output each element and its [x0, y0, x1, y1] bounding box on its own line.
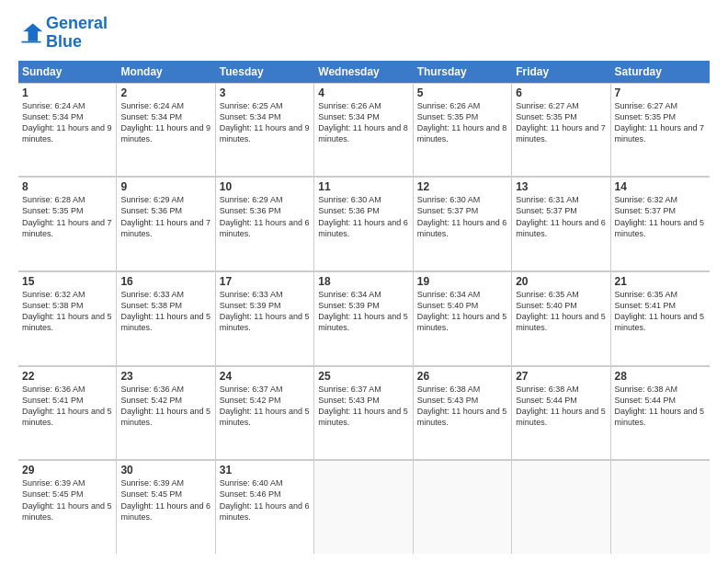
cell-info: Sunrise: 6:38 AM Sunset: 5:43 PM Dayligh…	[417, 384, 507, 429]
day-number: 6	[516, 86, 606, 99]
cal-cell: 13 Sunrise: 6:31 AM Sunset: 5:37 PM Dayl…	[512, 177, 610, 270]
cal-row: 8 Sunrise: 6:28 AM Sunset: 5:35 PM Dayli…	[18, 177, 710, 271]
cal-cell: 9 Sunrise: 6:29 AM Sunset: 5:36 PM Dayli…	[117, 177, 215, 270]
day-number: 1	[22, 86, 112, 99]
header: General Blue	[18, 15, 710, 52]
day-number: 7	[615, 86, 706, 99]
cal-row: 1 Sunrise: 6:24 AM Sunset: 5:34 PM Dayli…	[18, 83, 710, 178]
day-number: 8	[22, 180, 112, 193]
cell-info: Sunrise: 6:29 AM Sunset: 5:36 PM Dayligh…	[220, 194, 310, 239]
cal-row: 29 Sunrise: 6:39 AM Sunset: 5:45 PM Dayl…	[18, 460, 710, 554]
cell-info: Sunrise: 6:35 AM Sunset: 5:41 PM Dayligh…	[615, 289, 706, 334]
day-number: 21	[615, 275, 706, 288]
cal-cell: 7 Sunrise: 6:27 AM Sunset: 5:35 PM Dayli…	[611, 83, 710, 177]
day-number: 10	[220, 180, 310, 193]
cal-cell: 5 Sunrise: 6:26 AM Sunset: 5:35 PM Dayli…	[414, 83, 512, 177]
day-header-friday: Friday	[512, 61, 610, 83]
day-number: 15	[22, 275, 112, 288]
cell-info: Sunrise: 6:27 AM Sunset: 5:35 PM Dayligh…	[615, 100, 706, 145]
svg-marker-0	[23, 23, 42, 40]
cell-info: Sunrise: 6:38 AM Sunset: 5:44 PM Dayligh…	[516, 384, 606, 429]
day-number: 17	[220, 275, 310, 288]
cell-info: Sunrise: 6:40 AM Sunset: 5:46 PM Dayligh…	[220, 477, 310, 523]
cal-cell: 24 Sunrise: 6:37 AM Sunset: 5:42 PM Dayl…	[216, 366, 314, 460]
cal-row: 15 Sunrise: 6:32 AM Sunset: 5:38 PM Dayl…	[18, 271, 710, 366]
day-header-saturday: Saturday	[611, 61, 710, 83]
cal-cell: 17 Sunrise: 6:33 AM Sunset: 5:39 PM Dayl…	[216, 271, 314, 365]
cal-cell	[314, 460, 413, 554]
logo-icon	[18, 20, 44, 46]
day-number: 14	[615, 180, 706, 193]
day-header-wednesday: Wednesday	[314, 61, 413, 83]
cal-cell: 28 Sunrise: 6:38 AM Sunset: 5:44 PM Dayl…	[611, 366, 710, 460]
cell-info: Sunrise: 6:35 AM Sunset: 5:40 PM Dayligh…	[516, 289, 606, 334]
cal-cell: 2 Sunrise: 6:24 AM Sunset: 5:34 PM Dayli…	[117, 83, 215, 177]
day-number: 13	[516, 180, 606, 193]
day-number: 11	[318, 180, 408, 193]
cal-cell: 20 Sunrise: 6:35 AM Sunset: 5:40 PM Dayl…	[512, 271, 610, 365]
cell-info: Sunrise: 6:36 AM Sunset: 5:41 PM Dayligh…	[22, 384, 112, 429]
cal-cell: 22 Sunrise: 6:36 AM Sunset: 5:41 PM Dayl…	[18, 366, 117, 460]
cell-info: Sunrise: 6:34 AM Sunset: 5:39 PM Dayligh…	[318, 289, 408, 334]
cell-info: Sunrise: 6:37 AM Sunset: 5:42 PM Dayligh…	[220, 384, 310, 429]
cell-info: Sunrise: 6:33 AM Sunset: 5:39 PM Dayligh…	[220, 289, 310, 334]
cal-cell	[512, 460, 610, 554]
day-number: 26	[417, 370, 507, 383]
cal-cell: 16 Sunrise: 6:33 AM Sunset: 5:38 PM Dayl…	[117, 271, 215, 365]
day-number: 19	[417, 275, 507, 288]
day-number: 9	[120, 180, 210, 193]
cell-info: Sunrise: 6:27 AM Sunset: 5:35 PM Dayligh…	[516, 100, 606, 145]
calendar-body: 1 Sunrise: 6:24 AM Sunset: 5:34 PM Dayli…	[18, 83, 710, 554]
day-header-monday: Monday	[117, 61, 215, 83]
cell-info: Sunrise: 6:38 AM Sunset: 5:44 PM Dayligh…	[615, 384, 706, 429]
day-number: 30	[120, 464, 210, 477]
cell-info: Sunrise: 6:39 AM Sunset: 5:45 PM Dayligh…	[120, 477, 210, 523]
calendar-header: SundayMondayTuesdayWednesdayThursdayFrid…	[18, 61, 710, 83]
day-number: 25	[318, 370, 408, 383]
cal-cell	[611, 460, 710, 554]
cell-info: Sunrise: 6:32 AM Sunset: 5:37 PM Dayligh…	[615, 194, 706, 239]
cell-info: Sunrise: 6:33 AM Sunset: 5:38 PM Dayligh…	[120, 289, 210, 334]
day-number: 12	[417, 180, 507, 193]
cal-cell: 26 Sunrise: 6:38 AM Sunset: 5:43 PM Dayl…	[414, 366, 512, 460]
cal-cell: 19 Sunrise: 6:34 AM Sunset: 5:40 PM Dayl…	[414, 271, 512, 365]
day-number: 4	[318, 86, 408, 99]
logo-text: General Blue	[46, 15, 108, 52]
day-number: 5	[417, 86, 507, 99]
cal-cell: 8 Sunrise: 6:28 AM Sunset: 5:35 PM Dayli…	[18, 177, 117, 270]
day-number: 22	[22, 370, 112, 383]
day-number: 20	[516, 275, 606, 288]
cell-info: Sunrise: 6:28 AM Sunset: 5:35 PM Dayligh…	[22, 194, 112, 239]
cell-info: Sunrise: 6:30 AM Sunset: 5:37 PM Dayligh…	[417, 194, 507, 239]
logo: General Blue	[18, 15, 108, 52]
day-number: 27	[516, 370, 606, 383]
cal-cell: 4 Sunrise: 6:26 AM Sunset: 5:34 PM Dayli…	[314, 83, 413, 177]
cell-info: Sunrise: 6:24 AM Sunset: 5:34 PM Dayligh…	[120, 100, 210, 145]
cell-info: Sunrise: 6:26 AM Sunset: 5:35 PM Dayligh…	[417, 100, 507, 145]
day-number: 29	[22, 464, 112, 477]
day-number: 31	[220, 464, 310, 477]
cal-cell: 12 Sunrise: 6:30 AM Sunset: 5:37 PM Dayl…	[414, 177, 512, 270]
cal-cell: 14 Sunrise: 6:32 AM Sunset: 5:37 PM Dayl…	[611, 177, 710, 270]
cal-cell: 10 Sunrise: 6:29 AM Sunset: 5:36 PM Dayl…	[216, 177, 314, 270]
cal-cell: 31 Sunrise: 6:40 AM Sunset: 5:46 PM Dayl…	[216, 460, 314, 554]
day-header-sunday: Sunday	[18, 61, 117, 83]
cal-cell: 29 Sunrise: 6:39 AM Sunset: 5:45 PM Dayl…	[18, 460, 117, 554]
cell-info: Sunrise: 6:25 AM Sunset: 5:34 PM Dayligh…	[220, 100, 310, 145]
cell-info: Sunrise: 6:24 AM Sunset: 5:34 PM Dayligh…	[22, 100, 112, 145]
page: General Blue SundayMondayTuesdayWednesda…	[0, 0, 728, 563]
day-header-tuesday: Tuesday	[216, 61, 314, 83]
cal-cell: 11 Sunrise: 6:30 AM Sunset: 5:36 PM Dayl…	[314, 177, 413, 270]
cal-cell: 1 Sunrise: 6:24 AM Sunset: 5:34 PM Dayli…	[18, 83, 117, 177]
cal-cell: 30 Sunrise: 6:39 AM Sunset: 5:45 PM Dayl…	[117, 460, 215, 554]
day-number: 24	[220, 370, 310, 383]
cell-info: Sunrise: 6:39 AM Sunset: 5:45 PM Dayligh…	[22, 477, 112, 523]
cal-cell: 3 Sunrise: 6:25 AM Sunset: 5:34 PM Dayli…	[216, 83, 314, 177]
cell-info: Sunrise: 6:29 AM Sunset: 5:36 PM Dayligh…	[120, 194, 210, 239]
cal-cell: 18 Sunrise: 6:34 AM Sunset: 5:39 PM Dayl…	[314, 271, 413, 365]
day-number: 16	[120, 275, 210, 288]
svg-rect-1	[22, 41, 41, 43]
day-number: 3	[220, 86, 310, 99]
cal-cell: 15 Sunrise: 6:32 AM Sunset: 5:38 PM Dayl…	[18, 271, 117, 365]
calendar: SundayMondayTuesdayWednesdayThursdayFrid…	[18, 61, 710, 554]
